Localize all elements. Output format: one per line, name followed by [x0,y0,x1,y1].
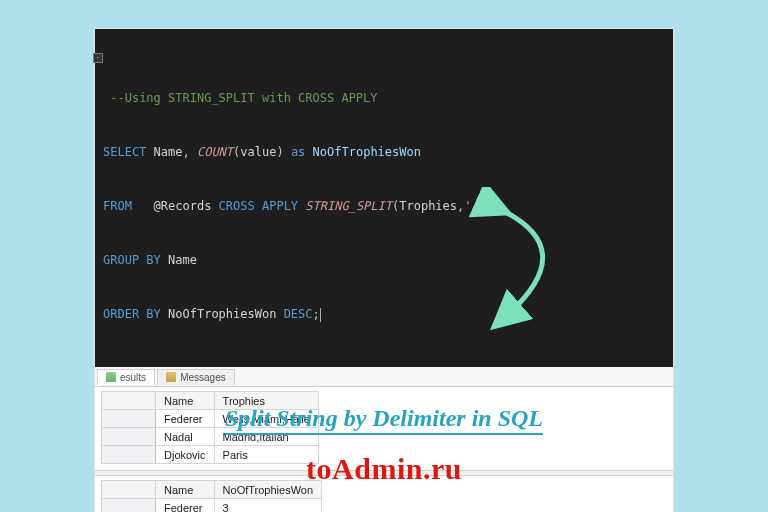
tab-messages[interactable]: Messages [157,369,235,385]
results-tabstrip: esults Messages [95,367,673,387]
code-comment: --Using STRING_SPLIT with CROSS APPLY [110,91,377,105]
watermark-text: toAdmin.ru [0,452,768,486]
tab-label: Messages [180,372,226,383]
tab-results[interactable]: esults [97,369,155,385]
collapse-icon[interactable]: - [93,53,103,63]
text-cursor [320,308,321,322]
title-text: Split String by Delimiter in SQL [225,405,543,435]
grid-icon [106,372,116,382]
table-row[interactable]: Federer3 [102,499,322,513]
tab-label: esults [120,372,146,383]
sql-code-editor[interactable]: - --Using STRING_SPLIT with CROSS APPLY … [95,29,673,367]
screenshot-panel: - --Using STRING_SPLIT with CROSS APPLY … [94,28,674,512]
messages-icon [166,372,176,382]
article-title-link[interactable]: Split String by Delimiter in SQL [0,405,768,432]
